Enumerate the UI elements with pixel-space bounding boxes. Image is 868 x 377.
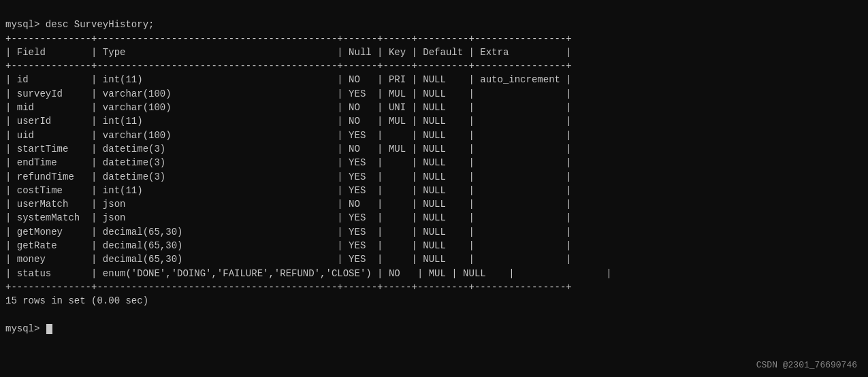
row-starttime: | startTime | datetime(3) | NO | MUL | N… bbox=[5, 144, 572, 154]
separator-header: +--------------+------------------------… bbox=[5, 61, 572, 71]
watermark: CSDN @2301_76690746 bbox=[756, 360, 857, 370]
row-userid: | userId | int(11) | NO | MUL | NULL | | bbox=[5, 116, 572, 127]
row-endtime: | endTime | datetime(3) | YES | | NULL |… bbox=[5, 157, 572, 168]
row-refundtime: | refundTime | datetime(3) | YES | | NUL… bbox=[5, 171, 572, 182]
separator-bottom: +--------------+------------------------… bbox=[5, 282, 572, 293]
row-getmoney: | getMoney | decimal(65,30) | YES | | NU… bbox=[5, 227, 572, 237]
terminal-window: mysql> desc SurveyHistory; +------------… bbox=[0, 0, 868, 340]
separator-top: +--------------+------------------------… bbox=[5, 33, 572, 44]
row-status: | status | enum('DONE','DOING','FAILURE'… bbox=[5, 268, 612, 279]
row-id: | id | int(11) | NO | PRI | NULL | auto_… bbox=[5, 74, 572, 85]
row-getrate: | getRate | decimal(65,30) | YES | | NUL… bbox=[5, 240, 572, 251]
row-uid: | uid | varchar(100) | YES | | NULL | | bbox=[5, 130, 572, 141]
row-surveyid: | surveyId | varchar(100) | YES | MUL | … bbox=[5, 88, 572, 99]
command-line: mysql> desc SurveyHistory; bbox=[5, 19, 154, 30]
prompt-line[interactable]: mysql> bbox=[5, 323, 52, 334]
row-money: | money | decimal(65,30) | YES | | NULL … bbox=[5, 254, 572, 265]
row-systemmatch: | systemMatch | json | YES | | NULL | | bbox=[5, 212, 572, 223]
table-header: | Field | Type | Null | Key | Default | … bbox=[5, 47, 572, 58]
cursor bbox=[46, 324, 52, 334]
row-usermatch: | userMatch | json | NO | | NULL | | bbox=[5, 199, 572, 210]
row-count: 15 rows in set (0.00 sec) bbox=[5, 295, 148, 306]
row-costtime: | costTime | int(11) | YES | | NULL | | bbox=[5, 185, 572, 196]
row-mid: | mid | varchar(100) | NO | UNI | NULL |… bbox=[5, 102, 572, 113]
